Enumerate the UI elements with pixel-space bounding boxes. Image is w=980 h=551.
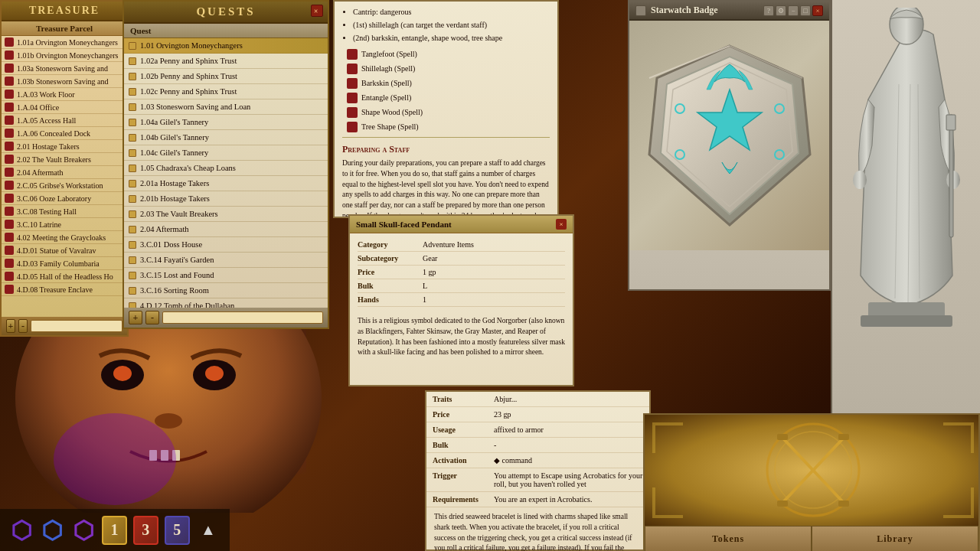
- treasure-item-label: 4.D.03 Family Columbaria: [17, 259, 100, 268]
- quest-list-item[interactable]: 3.C.01 Doss House: [124, 237, 328, 253]
- treasure-item-label: 1.03a Stonesworn Saving and: [17, 64, 108, 73]
- treasure-add-button[interactable]: +: [6, 319, 15, 333]
- quest-list-item[interactable]: 1.04a Gilel's Tannery: [124, 115, 328, 130]
- item-card-close-button[interactable]: ×: [556, 219, 567, 230]
- quests-header: Quests ×: [124, 2, 328, 24]
- lower-panel-row: Price23 gp: [426, 407, 649, 422]
- quest-dot: [129, 180, 136, 187]
- treasure-list-item[interactable]: 2.01 Hostage Takers: [2, 140, 127, 153]
- treasure-item-label: 3.C.10 Latrine: [17, 220, 61, 229]
- die-d10-purple-sm[interactable]: ⬡: [71, 516, 96, 545]
- quest-list-item[interactable]: 3.C.15 Lost and Found: [124, 268, 328, 283]
- treasure-list-item[interactable]: 1.03b Stonesworn Saving and: [2, 75, 127, 88]
- die-d20-purple[interactable]: ⬡: [9, 516, 34, 545]
- badge-maximize-button[interactable]: □: [800, 5, 811, 16]
- treasure-list-item[interactable]: 4.D.05 Hall of the Headless Ho: [2, 270, 127, 283]
- quest-list-item[interactable]: 1.01 Orvington Moneychangers: [124, 38, 328, 54]
- lower-field-value: You are an expert in Acrobatics.: [494, 495, 643, 504]
- spell-icon: [347, 122, 358, 132]
- quest-item-label: 1.01 Orvington Moneychangers: [140, 41, 243, 50]
- quest-dot: [129, 256, 136, 264]
- quest-list: 1.01 Orvington Moneychangers1.02a Penny …: [124, 38, 328, 311]
- badge-close-button[interactable]: ×: [812, 5, 823, 16]
- spell-body-text: During your daily preparations, you can …: [342, 158, 550, 217]
- badge-settings-button[interactable]: ⚙: [776, 5, 786, 16]
- quest-list-item[interactable]: 1.04b Gilel's Tannery: [124, 130, 328, 145]
- die-d12-blue[interactable]: ⬡: [40, 516, 64, 545]
- treasure-item-label: 1.01b Orvington Moneychangers: [17, 51, 118, 60]
- quest-list-item[interactable]: 3.C.14 Fayati's Garden: [124, 253, 328, 268]
- lower-field-label: Requirements: [433, 495, 494, 504]
- treasure-list-item[interactable]: 1.01b Orvington Moneychangers: [2, 49, 127, 62]
- badge-controls: ? ⚙ − □ ×: [763, 5, 823, 16]
- quest-list-item[interactable]: 2.01b Hostage Takers: [124, 191, 328, 207]
- treasure-list-item[interactable]: 4.02 Meeting the Graycloaks: [2, 231, 127, 244]
- badge-minimize-button[interactable]: −: [788, 5, 799, 16]
- quest-list-item[interactable]: 1.02c Penny and Sphinx Trust: [124, 84, 328, 99]
- quest-item-label: 1.04a Gilel's Tannery: [140, 118, 208, 126]
- treasure-item-icon: [5, 116, 14, 125]
- quests-remove-button[interactable]: -: [145, 311, 159, 324]
- treasure-list-item[interactable]: 2.02 The Vault Breakers: [2, 153, 127, 166]
- spell-list-item: Shillelagh (Spell): [342, 61, 550, 76]
- treasure-list-item[interactable]: 3.C.10 Latrine: [2, 218, 127, 231]
- treasure-search-input[interactable]: [31, 320, 122, 332]
- treasure-list-item[interactable]: 1.A.05 Access Hall: [2, 114, 127, 127]
- library-button[interactable]: Library: [812, 526, 978, 551]
- treasure-list-item[interactable]: 3.C.06 Ooze Laboratory: [2, 192, 127, 205]
- die-d8-numbered[interactable]: 1: [102, 516, 127, 545]
- quest-list-item[interactable]: 1.03 Stonesworn Saving and Loan: [124, 99, 328, 115]
- quest-dot: [129, 73, 136, 80]
- quest-dot: [129, 134, 136, 142]
- treasure-panel-title: TrEASure: [2, 2, 127, 21]
- bottom-right-buttons: Tokens Library: [645, 526, 978, 551]
- quest-list-item[interactable]: 1.04c Gilel's Tannery: [124, 145, 328, 161]
- treasure-list-item[interactable]: 1.A.03 Work Floor: [2, 88, 127, 101]
- treasure-list-item[interactable]: 1.A.04 Office: [2, 101, 127, 114]
- quest-list-item[interactable]: 1.05 Chadraxa's Cheap Loans: [124, 161, 328, 176]
- lower-panel-description: This dried seaweed bracelet is lined wit…: [426, 507, 649, 551]
- treasure-item-icon: [5, 37, 14, 47]
- quests-close-button[interactable]: ×: [311, 5, 323, 17]
- die-d4-numbered[interactable]: 5: [165, 516, 190, 545]
- quest-item-label: 1.02c Penny and Sphinx Trust: [140, 87, 237, 96]
- item-field-value: 1: [423, 295, 565, 304]
- die-d4-white[interactable]: ▲: [196, 516, 220, 545]
- treasure-item-label: 3.C.06 Ooze Laboratory: [17, 194, 91, 203]
- quest-list-item[interactable]: 3.C.16 Sorting Room: [124, 283, 328, 298]
- treasure-list-item[interactable]: 1.03a Stonesworn Saving and: [2, 62, 127, 75]
- treasure-list-item[interactable]: 4.D.03 Family Columbaria: [2, 257, 127, 270]
- quest-item-label: 1.05 Chadraxa's Cheap Loans: [140, 164, 236, 172]
- quest-list-item[interactable]: 2.01a Hostage Takers: [124, 176, 328, 191]
- treasure-list-item[interactable]: 4.D.01 Statue of Vavalrav: [2, 244, 127, 257]
- badge-help-button[interactable]: ?: [763, 5, 774, 16]
- treasure-list-item[interactable]: 4.D.08 Treasure Enclave: [2, 283, 127, 296]
- spell-icon: [347, 78, 358, 89]
- quest-list-item[interactable]: 1.02b Penny and Sphinx Trust: [124, 69, 328, 84]
- treasure-item-label: 1.A.06 Concealed Dock: [17, 129, 90, 138]
- treasure-list-item[interactable]: 3.C.08 Testing Hall: [2, 205, 127, 218]
- tokens-button[interactable]: Tokens: [645, 526, 812, 551]
- spell-label: Entangle (Spell): [361, 92, 411, 103]
- item-field-label: Price: [358, 268, 423, 276]
- treasure-item-label: 1.A.04 Office: [17, 103, 59, 112]
- quests-search-input[interactable]: [162, 311, 323, 324]
- item-field-label: Hands: [358, 295, 423, 304]
- die-d6-numbered[interactable]: 3: [133, 516, 158, 545]
- svg-rect-37: [777, 500, 788, 507]
- quest-dot: [129, 287, 136, 295]
- treasure-list-item[interactable]: 1.A.06 Concealed Dock: [2, 127, 127, 140]
- treasure-remove-button[interactable]: -: [18, 319, 28, 333]
- dice-bar: ⬡⬡⬡135▲: [0, 509, 230, 551]
- treasure-list-item[interactable]: 1.01a Orvington Moneychangers: [2, 36, 127, 49]
- quest-list-item[interactable]: 2.03 The Vault Breakers: [124, 207, 328, 222]
- svg-point-4: [205, 366, 224, 381]
- quests-add-button[interactable]: +: [129, 311, 142, 324]
- treasure-list-item[interactable]: 2.C.05 Gribse's Workstation: [2, 179, 127, 192]
- treasure-list-item[interactable]: 2.04 Aftermath: [2, 166, 127, 179]
- quest-list-item[interactable]: 1.02a Penny and Sphinx Trust: [124, 54, 328, 69]
- spell-label: Shape Wood (Spell): [361, 106, 423, 118]
- treasure-item-icon: [5, 142, 14, 151]
- treasure-item-icon: [5, 259, 14, 268]
- quest-list-item[interactable]: 2.04 Aftermath: [124, 222, 328, 237]
